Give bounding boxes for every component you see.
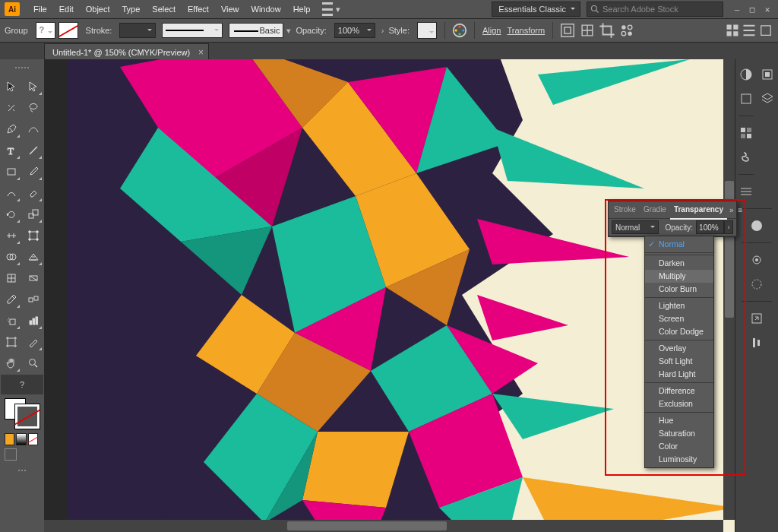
menu-object[interactable]: Object xyxy=(80,0,116,18)
screen-mode-row[interactable] xyxy=(0,447,44,462)
document-tab[interactable]: Untitled-1* @ 150% (CMYK/Preview)× xyxy=(44,43,209,61)
graphic-style[interactable] xyxy=(417,22,437,39)
menu-effect[interactable]: Effect xyxy=(182,0,215,18)
direct-selection-tool[interactable] xyxy=(23,77,43,97)
vertical-scrollbar[interactable] xyxy=(723,59,735,520)
menu-view[interactable]: View xyxy=(215,0,245,18)
blend-tool[interactable] xyxy=(23,290,43,309)
transform-link[interactable]: Transform xyxy=(507,26,545,35)
align-link[interactable]: Align xyxy=(482,26,501,35)
opacity-field[interactable]: 100% xyxy=(334,23,375,38)
maximize-button[interactable]: □ xyxy=(746,5,758,14)
paintbrush-tool[interactable] xyxy=(23,162,43,182)
tab-gradient[interactable]: Gradie ◇ xyxy=(640,201,670,218)
lasso-tool[interactable] xyxy=(23,98,43,118)
artboard-tool[interactable] xyxy=(1,332,21,352)
panel-menu-icon[interactable]: ≡ xyxy=(738,206,743,214)
blend-mode-select[interactable]: Normal xyxy=(612,220,659,234)
distort-icon[interactable] xyxy=(579,22,596,39)
stroke-swatch[interactable] xyxy=(59,22,78,39)
width-tool[interactable] xyxy=(1,226,21,245)
scale-tool[interactable] xyxy=(23,204,43,224)
pen-tool[interactable] xyxy=(1,119,21,139)
close-tab-icon[interactable]: × xyxy=(198,47,204,58)
canvas[interactable] xyxy=(44,59,735,532)
blend-option-screen[interactable]: Screen xyxy=(645,312,713,325)
isolate-icon[interactable] xyxy=(559,22,576,39)
menu-file[interactable]: File xyxy=(27,0,53,18)
blend-option-color[interactable]: Color xyxy=(645,440,713,453)
align-panel-icon[interactable] xyxy=(748,334,766,352)
workspace-switcher[interactable]: Essentials Classic xyxy=(492,2,580,17)
menu-edit[interactable]: Edit xyxy=(53,0,80,18)
arrange-docs-icon[interactable] xyxy=(321,2,337,16)
tab-transparency[interactable]: Transparency xyxy=(670,201,727,220)
tab-stroke[interactable]: Stroke xyxy=(610,201,640,218)
stroke-panel-icon[interactable] xyxy=(737,182,755,201)
properties-panel-icon[interactable] xyxy=(737,90,755,108)
curvature-tool[interactable] xyxy=(23,119,43,139)
gradient-tool[interactable] xyxy=(23,268,43,288)
blend-option-exclusion[interactable]: Exclusion xyxy=(645,397,713,410)
blend-option-multiply[interactable]: Multiply xyxy=(645,270,713,283)
selection-tool[interactable] xyxy=(1,77,21,97)
color-mode-row[interactable] xyxy=(0,432,44,447)
shape-builder-tool[interactable] xyxy=(1,247,21,267)
blend-option-luminosity[interactable]: Luminosity xyxy=(645,453,713,466)
zoom-tool[interactable] xyxy=(23,353,43,373)
blend-option-saturation[interactable]: Saturation xyxy=(645,427,713,440)
slice-tool[interactable] xyxy=(23,332,43,352)
varwidth-profile[interactable] xyxy=(162,23,223,38)
blend-option-hard-light[interactable]: Hard Light xyxy=(645,368,713,381)
blend-option-hue[interactable]: Hue xyxy=(645,414,713,427)
menu-type[interactable]: Type xyxy=(116,0,147,18)
perspective-grid-tool[interactable] xyxy=(23,247,43,267)
free-transform-tool[interactable] xyxy=(23,226,43,245)
rotate-tool[interactable] xyxy=(1,204,21,224)
mesh-tool[interactable] xyxy=(1,268,21,288)
hand-tool[interactable] xyxy=(1,353,21,373)
line-tool[interactable] xyxy=(23,141,43,160)
symbols-panel-icon[interactable] xyxy=(737,148,755,166)
symbol-sprayer-tool[interactable] xyxy=(1,311,21,331)
fill-stroke-control[interactable] xyxy=(5,398,40,429)
magic-wand-tool[interactable] xyxy=(1,98,21,118)
layers-panel-icon[interactable] xyxy=(758,90,776,108)
minimize-button[interactable]: — xyxy=(731,5,743,14)
panel-opacity-field[interactable]: 100% xyxy=(696,220,724,234)
eyedropper-tool[interactable] xyxy=(1,290,21,309)
ctrlbar-icon-b[interactable] xyxy=(742,23,757,38)
horizontal-scrollbar[interactable] xyxy=(44,520,723,532)
panel-collapse-icon[interactable]: » xyxy=(729,206,734,214)
appearance-panel-icon[interactable] xyxy=(748,251,766,269)
artboard[interactable] xyxy=(67,59,735,532)
blend-option-overlay[interactable]: Overlay xyxy=(645,342,713,355)
blend-option-difference[interactable]: Difference xyxy=(645,385,713,397)
blend-option-soft-light[interactable]: Soft Light xyxy=(645,355,713,368)
menu-window[interactable]: Window xyxy=(245,0,287,18)
column-graph-tool[interactable] xyxy=(23,311,43,331)
recolor-icon[interactable] xyxy=(451,22,468,39)
rectangle-tool[interactable] xyxy=(1,162,21,182)
blend-option-normal[interactable]: Normal xyxy=(645,238,713,251)
blend-option-lighten[interactable]: Lighten xyxy=(645,299,713,312)
blend-option-darken[interactable]: Darken xyxy=(645,257,713,270)
brushes-panel-icon[interactable] xyxy=(748,217,766,235)
blend-option-color-burn[interactable]: Color Burn xyxy=(645,283,713,296)
blend-option-color-dodge[interactable]: Color Dodge xyxy=(645,325,713,338)
fill-swatch[interactable]: ? xyxy=(36,22,55,39)
panel-opacity-arrow[interactable]: › xyxy=(724,220,733,234)
close-button[interactable]: ✕ xyxy=(761,5,773,14)
ctrlbar-icon-c[interactable] xyxy=(758,23,773,38)
type-tool[interactable]: T xyxy=(1,141,21,160)
select-similar-icon[interactable] xyxy=(618,22,635,39)
shaper-tool[interactable] xyxy=(1,183,21,203)
crop-icon[interactable] xyxy=(599,22,615,39)
swatches-panel-icon[interactable] xyxy=(737,124,755,142)
stock-search-input[interactable]: Search Adobe Stock xyxy=(587,2,723,17)
brush-def-selector[interactable]: Basic xyxy=(229,23,283,38)
eraser-tool[interactable] xyxy=(23,183,43,203)
color-panel-icon[interactable] xyxy=(737,65,755,84)
transform-panel-icon[interactable] xyxy=(748,309,766,328)
graphic-styles-icon[interactable] xyxy=(748,275,766,293)
